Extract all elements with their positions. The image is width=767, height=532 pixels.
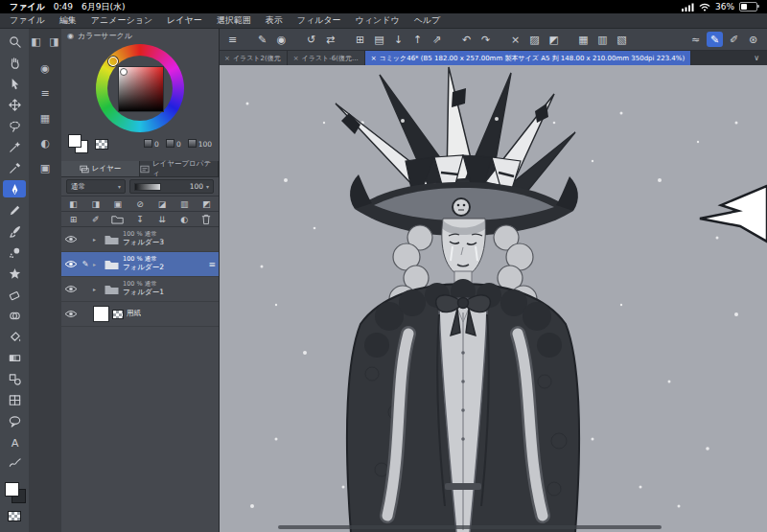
- tool-fill[interactable]: [3, 328, 26, 345]
- canvas-artwork[interactable]: [219, 65, 767, 532]
- main-menu-button[interactable]: ≡: [224, 32, 241, 47]
- eye-icon[interactable]: [64, 310, 78, 318]
- tool-balloon[interactable]: [3, 412, 26, 429]
- transfer-down-button[interactable]: ↧: [133, 213, 146, 225]
- brush-mode-button[interactable]: ✐: [726, 32, 742, 47]
- tool-eyedropper[interactable]: [3, 159, 26, 176]
- tool-brush[interactable]: [3, 222, 26, 240]
- new-vector-layer-button[interactable]: ✐: [89, 213, 102, 225]
- tool-airbrush[interactable]: [3, 243, 26, 261]
- flip-canvas-button[interactable]: ⇄: [322, 32, 338, 47]
- workspace-right-icon[interactable]: ◨: [47, 34, 61, 49]
- layer-color-button[interactable]: ◩: [200, 197, 213, 210]
- color-slider-panel-icon[interactable]: ≡: [37, 85, 53, 101]
- foreground-color-swatch[interactable]: [5, 482, 19, 497]
- lock-layer-button[interactable]: ⊘: [133, 197, 146, 210]
- tool-frame[interactable]: [3, 391, 26, 408]
- tab-illust2[interactable]: ×イラスト2(復元: [219, 51, 288, 65]
- menu-selection[interactable]: 選択範囲: [217, 14, 251, 27]
- color-wheel[interactable]: [96, 44, 184, 132]
- tab-overflow-button[interactable]: ∨: [746, 51, 767, 65]
- line-width-button[interactable]: ≈: [687, 32, 704, 47]
- save-file-button[interactable]: ↓: [390, 32, 407, 47]
- close-icon[interactable]: ×: [371, 55, 377, 62]
- export-file-button[interactable]: ↑: [409, 32, 426, 47]
- snap-special-button[interactable]: ▧: [614, 32, 630, 47]
- layer-row-folder1[interactable]: ▸ 100 % 通常フォルダー1: [61, 277, 219, 302]
- menu-layer[interactable]: レイヤー: [167, 14, 202, 27]
- redo-button[interactable]: ↷: [477, 32, 494, 47]
- tab-layer-property[interactable]: レイヤープロパティ: [140, 161, 219, 176]
- sub-view-panel-icon[interactable]: ▣: [37, 160, 53, 175]
- settings-button[interactable]: ⊛: [745, 32, 761, 47]
- mix-color-panel-icon[interactable]: ◐: [37, 135, 53, 150]
- new-folder-button[interactable]: [111, 213, 124, 225]
- tab-layers[interactable]: レイヤー: [61, 161, 140, 176]
- saturation-value-square[interactable]: [118, 66, 164, 112]
- tool-blend[interactable]: [3, 307, 26, 324]
- tool-auto-select[interactable]: [3, 138, 26, 155]
- drag-handle-icon[interactable]: ≡: [208, 260, 216, 269]
- tool-move[interactable]: [3, 54, 26, 71]
- merge-down-button[interactable]: ⇊: [156, 213, 169, 225]
- share-button[interactable]: ⇗: [429, 32, 445, 47]
- tab-illust6[interactable]: ×イラスト-6(復元...: [288, 51, 365, 65]
- canvas-horizontal-scrollbar[interactable]: [278, 525, 662, 529]
- tool-gradient[interactable]: [3, 349, 26, 366]
- show-grid-button[interactable]: ▦: [575, 32, 592, 47]
- invert-selection-button[interactable]: ◩: [546, 32, 562, 47]
- tool-selection[interactable]: [3, 117, 26, 134]
- gesture-button[interactable]: ◉: [273, 32, 290, 47]
- menu-view[interactable]: 表示: [266, 14, 283, 27]
- open-file-button[interactable]: ▤: [371, 32, 387, 47]
- blend-mode-select[interactable]: 通常▾: [66, 179, 126, 194]
- layer-row-folder2-selected[interactable]: ✎ ▸ 100 % 通常フォルダー2 ≡: [61, 252, 219, 277]
- eye-icon[interactable]: [64, 235, 78, 243]
- color-set-panel-icon[interactable]: ▦: [37, 110, 53, 126]
- tool-pen[interactable]: [3, 180, 26, 197]
- tool-figure[interactable]: [3, 370, 26, 387]
- tool-decoration[interactable]: [3, 265, 26, 282]
- new-canvas-button[interactable]: ⊞: [352, 32, 368, 47]
- lock-transparent-button[interactable]: ◪: [156, 197, 169, 210]
- tool-line-correct[interactable]: [3, 454, 26, 472]
- panel-transparent-swatch[interactable]: [95, 139, 108, 150]
- menu-window[interactable]: ウィンドウ: [356, 14, 400, 27]
- clear-button[interactable]: ×: [507, 32, 523, 47]
- menu-animation[interactable]: アニメーション: [91, 14, 152, 27]
- status-app-menu[interactable]: ファイル: [10, 1, 45, 13]
- rotate-canvas-button[interactable]: ↺: [303, 32, 319, 47]
- layer-row-paper[interactable]: 用紙: [61, 302, 219, 327]
- tool-operate[interactable]: [3, 75, 26, 92]
- snap-ruler-button[interactable]: ▥: [594, 32, 611, 47]
- tool-text[interactable]: A: [3, 433, 26, 451]
- enable-mask-button[interactable]: ▣: [111, 197, 124, 210]
- set-ruler-button[interactable]: ▥: [178, 197, 191, 210]
- tool-eraser[interactable]: [3, 286, 26, 303]
- deselect-button[interactable]: ▨: [526, 32, 543, 47]
- menu-edit[interactable]: 編集: [59, 14, 77, 27]
- layer-mask-button[interactable]: ◐: [178, 213, 191, 225]
- layer-row-folder3[interactable]: ▸ 100 % 通常フォルダー3: [61, 227, 219, 252]
- opacity-slider[interactable]: 100▾: [129, 179, 214, 194]
- folder-expander[interactable]: ▸: [93, 286, 101, 292]
- clip-at-layer-button[interactable]: ◧: [67, 197, 80, 210]
- color-wheel-panel-icon[interactable]: ◉: [37, 60, 53, 76]
- eye-icon[interactable]: [64, 285, 78, 293]
- menu-filter[interactable]: フィルター: [297, 14, 341, 27]
- delete-layer-button[interactable]: [200, 213, 213, 225]
- folder-expander[interactable]: ▸: [93, 236, 101, 243]
- main-color-swatches[interactable]: [4, 481, 25, 504]
- new-layer-button[interactable]: ⊞: [67, 213, 80, 225]
- canvas-area[interactable]: [219, 65, 767, 532]
- selection-pen-button[interactable]: ✎: [254, 32, 270, 47]
- tab-comic46-active[interactable]: ×コミック46* (B5 182.00 x 257.00mm 製本サイズ A5 …: [365, 51, 692, 65]
- menu-help[interactable]: ヘルプ: [414, 14, 441, 27]
- close-icon[interactable]: ×: [224, 55, 230, 62]
- panel-foreground-swatch[interactable]: [68, 134, 81, 148]
- panel-color-swatches[interactable]: [68, 134, 89, 153]
- close-icon[interactable]: ×: [293, 55, 299, 62]
- pen-mode-button[interactable]: ✎: [707, 32, 723, 47]
- tool-pencil[interactable]: [3, 201, 26, 219]
- undo-button[interactable]: ↶: [458, 32, 475, 47]
